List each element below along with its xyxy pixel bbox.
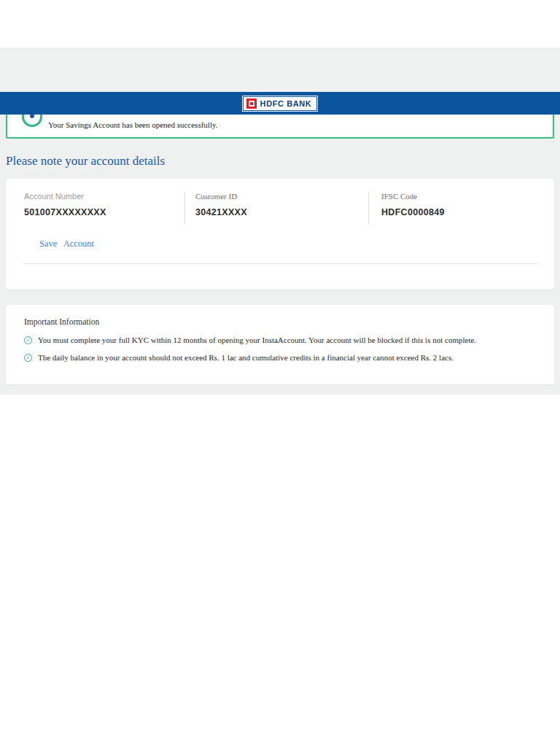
- account-number-field: Account Number 501007XXXXXXXX: [24, 192, 106, 218]
- important-information-title: Important Information: [24, 317, 99, 326]
- info-item-text: The daily balance in your account should…: [38, 353, 454, 363]
- ifsc-code-field: IFSC Code HDFC0000849: [381, 192, 445, 218]
- page-title: Please note your account details: [6, 154, 165, 169]
- success-message: Your Savings Account has been opened suc…: [48, 120, 218, 129]
- account-details-card: Account Number 501007XXXXXXXX Customer I…: [6, 179, 554, 290]
- account-number-value: 501007XXXXXXXX: [24, 207, 106, 217]
- info-item-text: You must complete your full KYC within 1…: [38, 336, 476, 345]
- ifsc-code-value: HDFC0000849: [381, 207, 445, 217]
- check-circle-icon: ✓: [24, 354, 32, 362]
- hdfc-logo-icon: [246, 98, 257, 109]
- account-number-label: Account Number: [24, 192, 106, 201]
- customer-id-field: Customer ID 30421XXXX: [195, 192, 247, 218]
- customer-id-value: 30421XXXX: [195, 207, 247, 217]
- save-account-link[interactable]: Save Account: [39, 239, 94, 249]
- customer-id-label: Customer ID: [195, 192, 247, 201]
- card-separator: [23, 263, 537, 264]
- column-divider: [368, 192, 369, 224]
- hdfc-logo-text: HDFC BANK: [260, 99, 312, 108]
- important-information-card: Important Information ✓ You must complet…: [6, 305, 554, 384]
- info-item: ✓ The daily balance in your account shou…: [24, 353, 454, 363]
- header-bar: HDFC BANK: [0, 92, 560, 115]
- column-divider: [184, 192, 185, 224]
- ifsc-code-label: IFSC Code: [381, 192, 445, 201]
- check-circle-icon: ✓: [24, 336, 32, 344]
- info-item: ✓ You must complete your full KYC within…: [24, 336, 476, 345]
- hdfc-bank-logo[interactable]: HDFC BANK: [243, 96, 318, 111]
- page: Your Savings Account has been opened suc…: [0, 0, 560, 747]
